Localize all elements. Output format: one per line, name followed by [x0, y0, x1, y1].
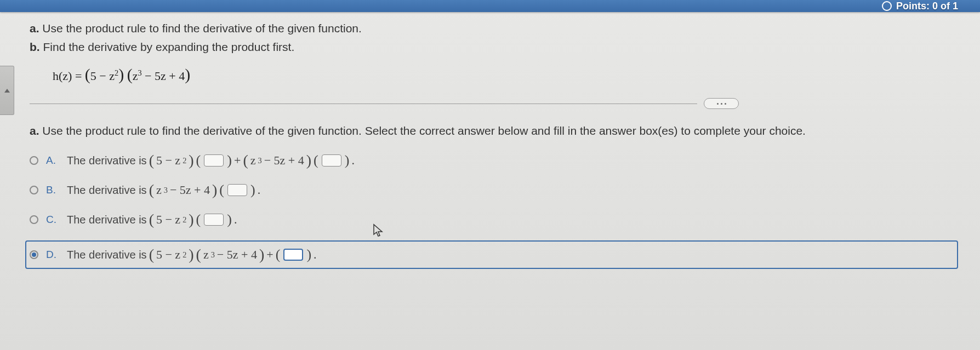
points-circle-icon	[882, 1, 892, 11]
radio-B[interactable]	[30, 186, 38, 194]
instr-a-prefix: a.	[30, 22, 39, 35]
cursor-icon	[373, 223, 384, 238]
choice-B-text: The derivative is (z3 − 5z + 4) ().	[67, 181, 260, 199]
radio-C[interactable]	[30, 215, 38, 224]
question-content: a. Use the product rule to find the deri…	[0, 12, 980, 350]
radio-D[interactable]	[30, 250, 38, 259]
points-text: Points: 0 of 1	[896, 1, 958, 12]
choice-C-text: The derivative is (5 − z2) ().	[67, 211, 237, 228]
choice-A-lead: The derivative is	[67, 154, 147, 167]
equation-lhs: h(z) =	[53, 69, 85, 83]
instruction-b: b. Find the derivative by expanding the …	[30, 38, 958, 56]
divider-line	[30, 104, 697, 104]
more-options-button[interactable]	[704, 98, 739, 109]
instr-b-text: Find the derivative by expanding the pro…	[43, 41, 295, 53]
subprompt-prefix: a.	[30, 124, 39, 137]
points-bar: Points: 0 of 1	[0, 0, 980, 12]
choice-D[interactable]: D. The derivative is (5 − z2) (z3 − 5z +…	[25, 240, 958, 269]
points-indicator: Points: 0 of 1	[882, 1, 958, 12]
choice-A-letter: A.	[46, 154, 59, 167]
choice-C-blank[interactable]	[204, 214, 224, 226]
choice-A[interactable]: A. The derivative is (5 − z2) () + (z3 −…	[30, 152, 958, 169]
choice-B-letter: B.	[46, 184, 59, 196]
choice-A-blank-1[interactable]	[204, 154, 224, 167]
instr-b-prefix: b.	[30, 41, 40, 53]
choice-D-letter: D.	[46, 249, 59, 261]
choice-B-blank[interactable]	[227, 184, 247, 196]
choice-B-lead: The derivative is	[67, 184, 147, 197]
choice-C-lead: The derivative is	[67, 214, 147, 226]
choice-A-text: The derivative is (5 − z2) () + (z3 − 5z…	[67, 152, 355, 169]
choice-B[interactable]: B. The derivative is (z3 − 5z + 4) ().	[30, 181, 958, 199]
choice-C-letter: C.	[46, 214, 59, 226]
radio-A[interactable]	[30, 156, 38, 165]
divider-row	[30, 98, 958, 109]
choice-list: A. The derivative is (5 − z2) () + (z3 −…	[30, 152, 958, 269]
instr-a-text: Use the product rule to find the derivat…	[42, 22, 362, 35]
subprompt-text: Use the product rule to find the derivat…	[42, 124, 806, 137]
equation-factor2a: z	[133, 69, 138, 83]
instruction-a: a. Use the product rule to find the deri…	[30, 20, 958, 37]
choice-C[interactable]: C. The derivative is (5 − z2) ().	[30, 211, 958, 228]
choice-D-lead: The derivative is	[67, 249, 147, 261]
equation-factor1: 5 − z	[90, 69, 115, 83]
choice-D-text: The derivative is (5 − z2) (z3 − 5z + 4)…	[67, 246, 317, 263]
sub-instruction: a. Use the product rule to find the deri…	[30, 124, 958, 137]
given-equation: h(z) = (5 − z2) (z3 − 5z + 4)	[53, 65, 958, 84]
equation-factor2a-exp: 3	[138, 68, 141, 77]
choice-D-blank[interactable]	[283, 249, 303, 261]
choice-A-blank-2[interactable]	[322, 154, 341, 167]
equation-factor2b: − 5z + 4	[142, 69, 185, 83]
